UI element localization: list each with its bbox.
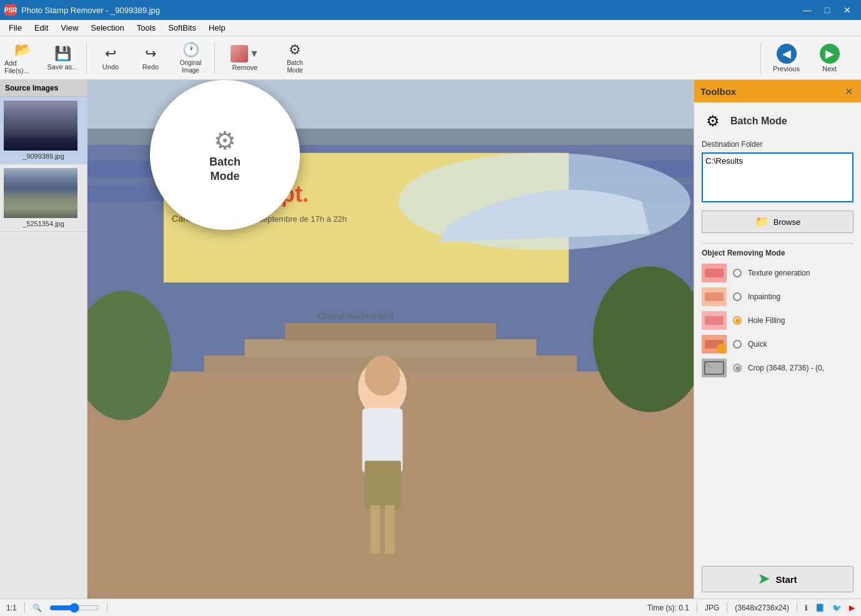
next-icon: ▶ (820, 44, 840, 64)
info-icon[interactable]: ℹ (805, 604, 808, 612)
next-button[interactable]: ▶ Next (809, 39, 850, 77)
browse-label: Browse (774, 217, 800, 227)
inpainting-mode-label: Inpainting (748, 292, 780, 301)
svg-rect-27 (705, 292, 724, 301)
thumbnail-2 (4, 168, 77, 218)
canvas-area[interactable]: 8-13 sept. al Plaisance Nocturne le 10 s… (87, 80, 694, 599)
original-image-label: Original Image (172, 59, 209, 74)
redo-button[interactable]: ↪ Redo (132, 39, 169, 77)
zoom-icon: 🔍 (32, 604, 42, 612)
undo-label: Undo (102, 63, 119, 71)
crop-mode-radio[interactable] (733, 364, 742, 372)
source-panel-title: Source Images (0, 80, 87, 97)
crop-mode-icon (702, 359, 727, 377)
object-removing-mode-label: Object Removing Mode (702, 249, 854, 257)
mode-crop-row[interactable]: Crop (3648, 2736) - (0, (702, 359, 854, 377)
batch-mode-button[interactable]: ⚙ BatchMode (272, 39, 317, 77)
source-thumb-label-2: _5251354.jpg (4, 220, 83, 227)
zoom-slider[interactable] (49, 603, 99, 613)
quick-mode-icon (702, 335, 727, 354)
circular-menu[interactable]: ⚙ Batch Mode (150, 80, 300, 230)
previous-button[interactable]: ◀ Previous (766, 39, 807, 77)
start-button[interactable]: ➤ Start (702, 566, 854, 592)
toolbox-content: ⚙ Batch Mode Destination Folder C:\Resul… (694, 102, 861, 390)
circular-menu-gear-icon: ⚙ (209, 126, 241, 155)
status-div-2 (107, 603, 107, 613)
toolbar-sep-2 (214, 42, 215, 74)
hole-mode-label: Hole Filling (748, 316, 785, 325)
menu-edit[interactable]: Edit (28, 21, 54, 35)
social-icon-youtube[interactable]: ▶ (849, 604, 855, 612)
redo-icon: ↪ (145, 46, 156, 62)
mode-inpainting-row[interactable]: Inpainting (702, 287, 854, 306)
menu-bar: File Edit View Selection Tools SoftBits … (0, 20, 861, 36)
remove-button[interactable]: ▼ Remove (220, 39, 270, 77)
toolbar-sep-1 (86, 42, 87, 74)
batch-mode-title: Batch Mode (730, 116, 787, 127)
minimize-button[interactable]: — (799, 3, 816, 17)
texture-mode-icon (702, 264, 727, 282)
main-area: Source Images _9099389.jpg _5251354.jpg (0, 80, 861, 599)
circular-menu-label[interactable]: Batch Mode (209, 155, 241, 184)
previous-label: Previous (773, 65, 800, 72)
format-label: JPG (705, 604, 719, 612)
svg-rect-25 (705, 269, 724, 277)
add-files-button[interactable]: 📂 Add File(s)... (4, 39, 41, 77)
close-button[interactable]: ✕ (839, 3, 856, 17)
browse-button[interactable]: 📁 Browse (702, 211, 854, 233)
svg-point-32 (717, 344, 727, 354)
inpainting-mode-radio[interactable] (733, 292, 742, 301)
social-icon-twitter[interactable]: 🐦 (832, 604, 842, 612)
undo-button[interactable]: ↩ Undo (92, 39, 129, 77)
mode-quick-row[interactable]: Quick (702, 335, 854, 354)
menu-selection[interactable]: Selection (84, 21, 130, 35)
prev-next-area: ◀ Previous ▶ Next (758, 39, 857, 77)
batch-label: BatchMode (287, 59, 303, 74)
menu-softbits[interactable]: SoftBits (162, 21, 202, 35)
mode-hole-row[interactable]: Hole Filling (702, 311, 854, 330)
status-div-4 (727, 603, 727, 613)
zoom-ratio-section: 1:1 (6, 604, 17, 612)
svg-rect-19 (371, 505, 381, 554)
save-label: Save as... (47, 63, 78, 71)
quick-mode-radio[interactable] (733, 340, 742, 349)
status-div-1 (24, 603, 25, 613)
toolbar-sep-3 (760, 42, 761, 74)
source-thumb-2[interactable]: _5251354.jpg (0, 164, 87, 232)
toolbox-close-button[interactable]: ✕ (842, 85, 855, 97)
menu-tools[interactable]: Tools (131, 21, 162, 35)
menu-file[interactable]: File (2, 21, 28, 35)
section-divider-1 (702, 243, 854, 244)
inpainting-mode-icon (702, 287, 727, 306)
source-images-panel: Source Images _9099389.jpg _5251354.jpg (0, 80, 87, 599)
app-title: Photo Stamp Remover - _9099389.jpg (21, 6, 160, 15)
texture-mode-radio[interactable] (733, 269, 742, 277)
toolbox-panel: Toolbox ✕ ⚙ Batch Mode Destination Folde… (694, 80, 861, 599)
original-image-button[interactable]: 🕐 Original Image (172, 39, 209, 77)
previous-icon: ◀ (777, 44, 797, 64)
save-icon: 💾 (54, 46, 71, 62)
svg-text:Grand Auditorium: Grand Auditorium (317, 310, 393, 321)
status-bar: 1:1 🔍 Time (s): 0.1 JPG (3648x2736x24) ℹ… (0, 599, 861, 616)
quick-mode-label: Quick (748, 340, 767, 349)
social-icon-facebook[interactable]: 📘 (815, 604, 825, 612)
remove-label: Remove (232, 64, 258, 71)
zoom-icon-section: 🔍 (32, 604, 42, 612)
save-as-button[interactable]: 💾 Save as... (44, 39, 81, 77)
menu-view[interactable]: View (54, 21, 84, 35)
maximize-button[interactable]: □ (819, 3, 836, 17)
source-thumb-1[interactable]: _9099389.jpg (0, 97, 87, 164)
add-files-label: Add File(s)... (4, 59, 41, 74)
hole-mode-radio[interactable] (733, 316, 742, 325)
mode-texture-row[interactable]: Texture generation (702, 264, 854, 282)
toolbox-title: Toolbox (700, 86, 736, 97)
toolbox-header: Toolbox ✕ (694, 80, 861, 102)
destination-folder-input[interactable]: C:\Results (702, 152, 854, 202)
svg-rect-18 (365, 461, 401, 510)
crop-mode-label: Crop (3648, 2736) - (0, (748, 364, 824, 372)
browse-folder-icon: 📁 (755, 215, 769, 229)
svg-rect-13 (285, 323, 495, 341)
texture-mode-label: Texture generation (748, 269, 810, 277)
app-icon: PSR (5, 4, 16, 16)
menu-help[interactable]: Help (202, 21, 232, 35)
